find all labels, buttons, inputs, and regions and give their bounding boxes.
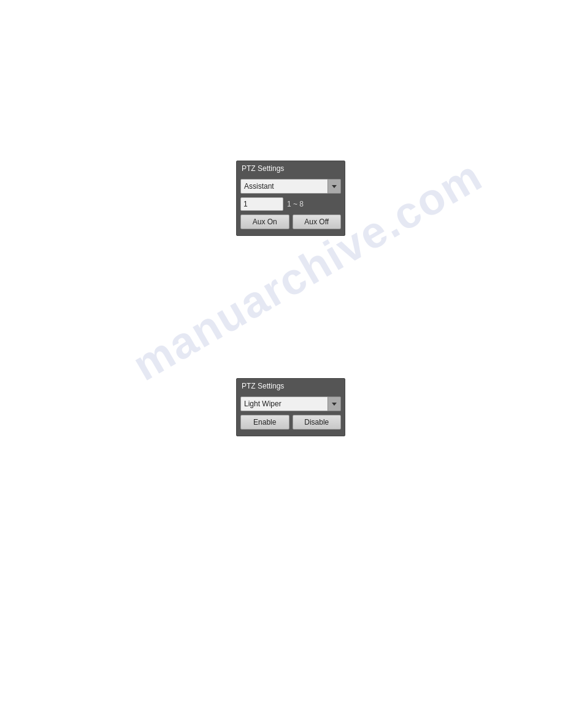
ptz-panel-1-number-input[interactable] xyxy=(240,197,283,211)
ptz-panel-1-dropdown-wrapper: Assistant Light Wiper xyxy=(240,179,341,194)
ptz-panel-2-btn-row: Enable Disable xyxy=(240,415,341,430)
disable-button[interactable]: Disable xyxy=(293,415,342,430)
ptz-panel-1-btn-row: Aux On Aux Off xyxy=(240,214,341,229)
aux-off-button[interactable]: Aux Off xyxy=(293,214,342,229)
ptz-panel-2-title: PTZ Settings xyxy=(237,379,345,393)
ptz-panel-1-title: PTZ Settings xyxy=(237,161,345,175)
ptz-panel-2: PTZ Settings Assistant Light Wiper Enabl… xyxy=(236,378,345,436)
aux-on-button[interactable]: Aux On xyxy=(240,214,289,229)
ptz-panel-1-input-row: 1 ~ 8 xyxy=(240,197,341,211)
ptz-panel-1: PTZ Settings Assistant Light Wiper 1 ~ 8… xyxy=(236,161,345,236)
ptz-panel-2-dropdown[interactable]: Assistant Light Wiper xyxy=(240,396,341,411)
enable-button[interactable]: Enable xyxy=(240,415,289,430)
ptz-panel-2-dropdown-wrapper: Assistant Light Wiper xyxy=(240,396,341,411)
ptz-panel-1-range-label: 1 ~ 8 xyxy=(287,200,304,208)
ptz-panel-1-dropdown[interactable]: Assistant Light Wiper xyxy=(240,179,341,194)
